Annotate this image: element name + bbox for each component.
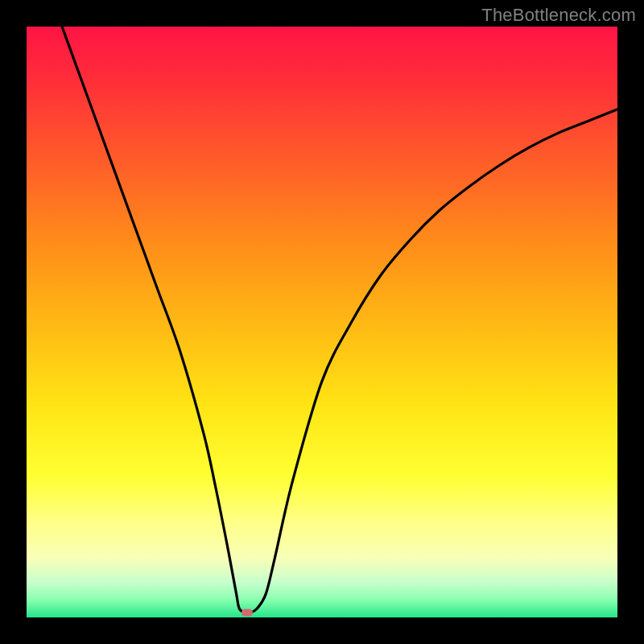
watermark-text: TheBottleneck.com bbox=[481, 5, 636, 26]
optimal-point-marker bbox=[242, 609, 253, 617]
plot-background bbox=[27, 27, 617, 617]
